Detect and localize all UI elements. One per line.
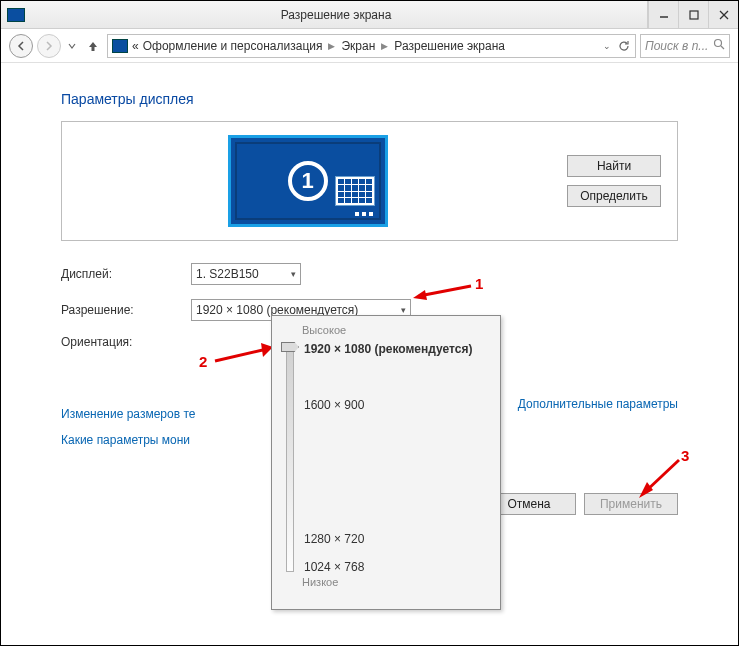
resolution-option[interactable]: 1600 × 900 bbox=[304, 398, 364, 412]
navigation-bar: « Оформление и персонализация ▶ Экран ▶ … bbox=[1, 29, 738, 63]
breadcrumb-item[interactable]: Экран bbox=[341, 39, 375, 53]
annotation-arrow-1 bbox=[413, 282, 473, 302]
svg-line-8 bbox=[215, 349, 267, 361]
orientation-label: Ориентация: bbox=[61, 335, 191, 349]
resolution-option[interactable]: 1280 × 720 bbox=[304, 532, 364, 546]
refresh-icon[interactable] bbox=[617, 39, 631, 53]
monitor-preview[interactable]: 1 bbox=[228, 135, 388, 227]
slider-low-label: Низкое bbox=[302, 576, 490, 588]
search-input[interactable]: Поиск в п... bbox=[640, 34, 730, 58]
svg-marker-7 bbox=[413, 290, 427, 300]
nav-history-dropdown[interactable] bbox=[65, 34, 79, 58]
slider-thumb[interactable] bbox=[281, 342, 299, 352]
detect-button[interactable]: Определить bbox=[567, 185, 661, 207]
nav-back-button[interactable] bbox=[9, 34, 33, 58]
resolution-dropdown-popup: Высокое 1920 × 1080 (рекомендуется)1600 … bbox=[271, 315, 501, 610]
svg-line-6 bbox=[419, 286, 471, 296]
find-button[interactable]: Найти bbox=[567, 155, 661, 177]
window-title: Разрешение экрана bbox=[25, 8, 647, 22]
nav-up-button[interactable] bbox=[83, 36, 103, 56]
resolution-slider[interactable] bbox=[286, 342, 294, 572]
search-placeholder: Поиск в п... bbox=[645, 39, 708, 53]
slider-high-label: Высокое bbox=[302, 324, 490, 336]
chevron-right-icon: ▶ bbox=[379, 41, 390, 51]
app-icon bbox=[7, 8, 25, 22]
resolution-option[interactable]: 1024 × 768 bbox=[304, 560, 364, 574]
annotation-2: 2 bbox=[199, 353, 207, 370]
display-label: Дисплей: bbox=[61, 267, 191, 281]
search-icon bbox=[713, 38, 725, 53]
annotation-1: 1 bbox=[475, 275, 483, 292]
svg-point-4 bbox=[715, 40, 722, 47]
breadcrumb-prefix: « bbox=[132, 39, 139, 53]
breadcrumb-item[interactable]: Оформление и персонализация bbox=[143, 39, 323, 53]
annotation-arrow-3 bbox=[637, 456, 687, 500]
chevron-down-icon: ▾ bbox=[291, 269, 296, 279]
chevron-right-icon: ▶ bbox=[326, 41, 337, 51]
address-bar[interactable]: « Оформление и персонализация ▶ Экран ▶ … bbox=[107, 34, 636, 58]
annotation-3: 3 bbox=[681, 447, 689, 464]
monitor-icon bbox=[112, 39, 128, 53]
chevron-down-icon[interactable]: ⌄ bbox=[603, 41, 611, 51]
keyboard-icon bbox=[335, 176, 375, 206]
advanced-params-link[interactable]: Дополнительные параметры bbox=[518, 397, 678, 411]
annotation-arrow-2 bbox=[213, 343, 275, 365]
nav-forward-button[interactable] bbox=[37, 34, 61, 58]
resolution-label: Разрешение: bbox=[61, 303, 191, 317]
breadcrumb-item[interactable]: Разрешение экрана bbox=[394, 39, 505, 53]
minimize-button[interactable] bbox=[648, 1, 678, 28]
display-value: 1. S22B150 bbox=[196, 267, 259, 281]
display-select[interactable]: 1. S22B150 ▾ bbox=[191, 263, 301, 285]
maximize-button[interactable] bbox=[678, 1, 708, 28]
titlebar: Разрешение экрана bbox=[1, 1, 738, 29]
svg-line-5 bbox=[721, 46, 724, 49]
close-button[interactable] bbox=[708, 1, 738, 28]
svg-rect-1 bbox=[690, 11, 698, 19]
monitor-number: 1 bbox=[288, 161, 328, 201]
window-controls bbox=[647, 1, 738, 28]
page-title: Параметры дисплея bbox=[61, 91, 678, 107]
resolution-option[interactable]: 1920 × 1080 (рекомендуется) bbox=[304, 342, 472, 356]
display-preview-box: 1 Найти Определить bbox=[61, 121, 678, 241]
chevron-down-icon: ▾ bbox=[401, 305, 406, 315]
